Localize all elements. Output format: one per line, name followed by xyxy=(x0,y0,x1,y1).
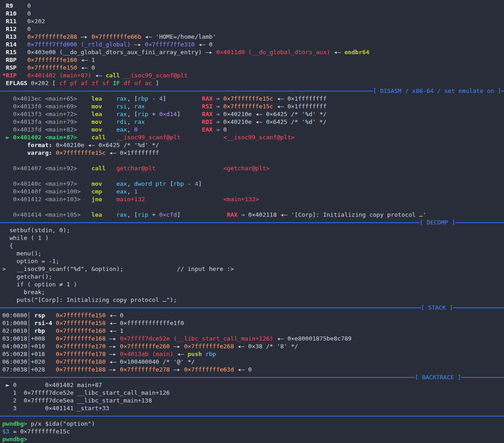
separator-line xyxy=(455,222,504,223)
decomp-line-menu: menu(); xyxy=(2,250,504,257)
separator-line xyxy=(461,377,504,378)
blank-line xyxy=(2,172,504,180)
register-row-r12: R12 0 xyxy=(2,25,504,33)
register-row-r14: R14 0×7ffff7ffd000 (_rtld_global) —▸ 0×7… xyxy=(2,41,504,48)
disasm-row-main69: 0×4013f0 <main+69> mov rsi, rax RSI ⇒ 0×… xyxy=(2,102,504,110)
disasm-separator: [ DISASM / x86-64 / set emulate on ] xyxy=(0,87,504,95)
register-row-r9: R9 0 xyxy=(2,2,504,10)
stack-separator: [ STACK ] xyxy=(0,304,504,311)
disasm-separator-title: [ DISASM / x86-64 / set emulate on ] xyxy=(373,87,501,95)
register-row-rbp: RBP 0×7fffffffe160 ◂— 1 xyxy=(2,56,504,64)
register-row-eflags: EFLAGS 0×202 [ cf pf af zf sf IF df of a… xyxy=(2,79,504,87)
disasm-annotation-vararg: vararg: 0×7fffffffe15c ◂— 0×1ffffffff xyxy=(2,149,504,157)
separator-line xyxy=(501,91,504,92)
register-row-r13: R13 0×7fffffffe288 —▸ 0×7fffffffe66b ◂— … xyxy=(2,33,504,41)
decomp-line-break: break; xyxy=(2,288,504,296)
stack-row-00: 00:0000│ rsp 0×7fffffffe150 ◂— 0 xyxy=(2,311,504,319)
gdb-command-result: $3 = 0×7fffffffe15c xyxy=(2,428,504,435)
decomp-line-open-brace: { xyxy=(2,242,504,250)
register-row-rsp: RSP 0×7fffffffe150 ◂— 0 xyxy=(2,64,504,71)
decomp-line-setbuf: setbuf(stdin, 0); xyxy=(2,226,504,234)
stack-separator-title: [ STACK ] xyxy=(421,304,453,311)
stack-row-01: 01:0008│ rsi-4 0×7fffffffe158 ◂— 0×fffff… xyxy=(2,319,504,327)
terminal[interactable]: R9 0 R10 0 R11 0×202 R12 0 R13 0×7ffffff… xyxy=(0,0,504,443)
disasm-row-main92: 0×401407 <main+92> call getchar@plt <get… xyxy=(2,164,504,172)
decomp-separator-title: [ DECOMP ] xyxy=(420,219,455,226)
backtrace-frame-0: ► 0 0×401402 main+87 xyxy=(2,381,504,389)
decomp-separator: [ DECOMP ] xyxy=(0,219,504,226)
disasm-row-main79: 0×4013fa <main+79> mov rdi, rax RDI ⇒ 0×… xyxy=(2,118,504,126)
register-row-r10: R10 0 xyxy=(2,10,504,17)
stack-row-05: 05:0028│+018 0×7fffffffe178 —▸ 0×4013ab … xyxy=(2,350,504,358)
register-row-rip: *RIP 0×401402 (main+87) ◂— call __isoc99… xyxy=(2,71,504,79)
disasm-annotation-format: format: 0×40210e ◂— 0×6425 /* '%d' */ xyxy=(2,141,504,149)
disasm-row-main65: 0×4013ec <main+65> lea rax, [rbp - 4] RA… xyxy=(2,95,504,102)
decomp-line-puts: puts("[Corp]: Initializing copy protocol… xyxy=(2,296,504,304)
stack-row-06: 06:0030│+020 0×7fffffffe180 ◂— 0×1004000… xyxy=(2,358,504,366)
blank-line xyxy=(2,157,504,164)
separator-line xyxy=(0,91,373,92)
backtrace-frame-1: 1 0×7ffff7dce52e __libc_start_call_main+… xyxy=(2,389,504,397)
disasm-row-main87-current: ► 0×401402 <main+87> call __isoc99_scanf… xyxy=(2,133,504,141)
stack-row-03: 03:0018│+008 0×7fffffffe168 —▸ 0×7ffff7d… xyxy=(2,335,504,342)
separator-line xyxy=(0,222,420,223)
separator-line xyxy=(453,307,504,308)
stack-row-04: 04:0020│+010 0×7fffffffe170 —▸ 0×7ffffff… xyxy=(2,342,504,350)
decomp-line-scanf-current: > __isoc99_scanf("%d", &option); // inpu… xyxy=(2,265,504,273)
separator-line xyxy=(0,307,421,308)
prompt-separator xyxy=(0,412,504,420)
disasm-row-main100: 0×40140f <main+100> cmp eax, 1 xyxy=(2,188,504,195)
gdb-prompt[interactable]: pwndbg> xyxy=(2,435,504,443)
backtrace-separator-title: [ BACKTRACE ] xyxy=(415,373,461,381)
register-row-r15: R15 0×403e00 (__do_global_dtors_aux_fini… xyxy=(2,48,504,56)
disasm-row-main105: 0×401414 <main+105> lea rax, [rip + 0×cf… xyxy=(2,211,504,219)
decomp-line-if: if ( option ≠ 1 ) xyxy=(2,280,504,288)
register-row-r11: R11 0×202 xyxy=(2,17,504,25)
disasm-row-main103: 0×401412 <main+103> jne main+132 <main+1… xyxy=(2,195,504,203)
decomp-line-option: option = -1; xyxy=(2,257,504,265)
blank-line xyxy=(2,203,504,211)
separator-line xyxy=(0,416,504,417)
stack-row-07: 07:0038│+028 0×7fffffffe188 —▸ 0×7ffffff… xyxy=(2,366,504,373)
stack-row-02: 02:0010│ rbp 0×7fffffffe160 ◂— 1 xyxy=(2,327,504,335)
backtrace-separator: [ BACKTRACE ] xyxy=(0,373,504,381)
separator-line xyxy=(0,377,415,378)
disasm-row-main97: 0×40140c <main+97> mov eax, dword ptr [r… xyxy=(2,180,504,188)
decomp-line-getchar: getchar(); xyxy=(2,273,504,280)
gdb-command-history: pwndbg> p/x $ida("option") xyxy=(2,420,504,428)
disasm-row-main82: 0×4013fd <main+82> mov eax, 0 EAX ⇒ 0 xyxy=(2,126,504,133)
decomp-line-while: while ( 1 ) xyxy=(2,234,504,242)
backtrace-frame-2: 2 0×7ffff7dce5ea __libc_start_main+138 xyxy=(2,397,504,404)
backtrace-frame-3: 3 0×401141 _start+33 xyxy=(2,404,504,412)
disasm-row-main72: 0×4013f3 <main+72> lea rax, [rip + 0×d14… xyxy=(2,110,504,118)
